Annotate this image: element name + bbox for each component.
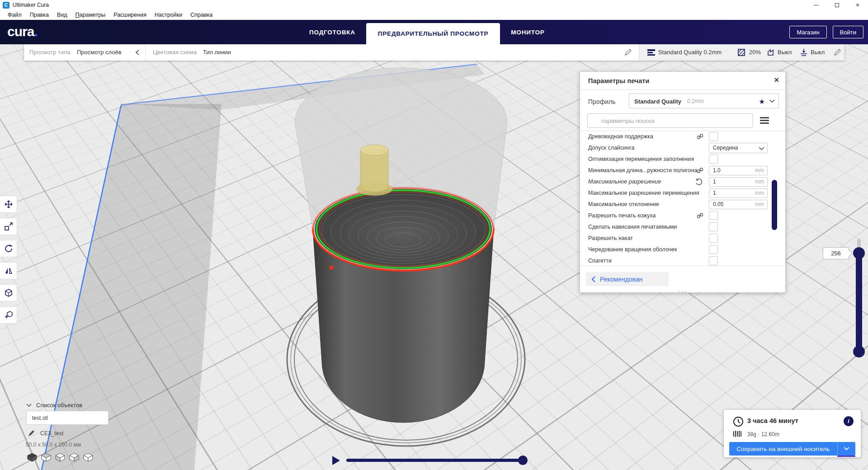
menu-extensions[interactable]: Расширения (109, 10, 151, 20)
view-3d-icon[interactable] (27, 453, 37, 462)
view-type-label: Просмотр типа (29, 44, 70, 61)
tool-move-button[interactable] (0, 196, 17, 213)
setting-select[interactable]: Середина (709, 143, 768, 153)
simulation-timeline[interactable] (346, 459, 524, 462)
menu-settings[interactable]: Параметры (71, 10, 110, 20)
color-scheme-value[interactable]: Тип линии (203, 44, 231, 61)
setting-row[interactable]: Спагетти (580, 255, 785, 266)
settings-menu-icon[interactable] (760, 117, 769, 124)
layer-slider-bottom-handle[interactable] (853, 346, 865, 357)
recommended-mode-button[interactable]: Рекомендован (586, 272, 669, 286)
profile-dropdown[interactable]: Standard Quality 0.2mm ★ (629, 94, 779, 108)
infill-icon (738, 49, 745, 56)
view-type-section[interactable]: Просмотр типа Просмотр слоёв (24, 44, 145, 61)
setting-row[interactable]: Чередование вращения оболочек (580, 244, 785, 255)
app-icon: C (3, 2, 9, 9)
tool-rotate-button[interactable] (0, 240, 17, 257)
setting-checkbox[interactable] (709, 155, 718, 164)
profile-layer-height: 0.2mm (687, 94, 704, 109)
setting-row[interactable]: Разрешить печать кожуха (580, 210, 785, 221)
tool-per-model-settings-button[interactable] (0, 284, 17, 301)
setting-checkbox[interactable] (709, 245, 718, 254)
setting-row[interactable]: Древовидная поддержка (580, 131, 785, 142)
panel-drag-handle-icon[interactable]: ··· (580, 289, 785, 293)
view-options-toolbar: Просмотр типа Просмотр слоёв Цветовая сх… (24, 44, 844, 61)
setting-label: Максимальное разрешение (588, 179, 661, 185)
tool-mirror-button[interactable] (0, 262, 17, 279)
object-name-field[interactable] (26, 411, 108, 425)
setting-row[interactable]: Максимальное разрешение перемещения 1 mm (580, 188, 785, 199)
support-preview-yellow (356, 145, 392, 196)
save-to-removable-button[interactable]: Сохранить на внешний носитель (729, 442, 855, 456)
panel-close-button[interactable]: × (774, 75, 779, 85)
setting-row[interactable]: Максимальное разрешение 1 mm (580, 176, 785, 188)
setting-checkbox[interactable] (709, 222, 718, 231)
menu-file[interactable]: Файл (4, 10, 26, 20)
per-model-settings-icon (4, 288, 13, 297)
setting-row[interactable]: Максимальное отклонение 0.05 mm (580, 199, 785, 210)
pencil-icon[interactable] (834, 49, 841, 56)
layer-slider-top-handle[interactable] (853, 247, 865, 259)
sliced-cylinder (313, 188, 494, 423)
setting-checkbox[interactable] (709, 211, 718, 220)
color-scheme-section[interactable]: Цветовая схема Тип линии (146, 44, 639, 61)
setting-row[interactable]: Сделать нависания печатаемыми (580, 221, 785, 233)
printer-row[interactable]: CE3_test (28, 430, 63, 437)
settings-scrollbar[interactable] (772, 180, 777, 230)
setting-checkbox[interactable] (709, 132, 718, 141)
view-front-icon[interactable] (41, 453, 51, 462)
maximize-button[interactable] (826, 0, 847, 10)
pencil-icon[interactable] (28, 430, 35, 437)
object-list-header[interactable]: Список объектов (26, 402, 82, 409)
settings-list[interactable]: Древовидная поддержка Допуск слайсинга С… (580, 131, 785, 266)
object-dimensions: 50.0 x 50.0 x 100.0 мм (26, 442, 81, 448)
tab-prepare[interactable]: ПОДГОТОВКА (298, 20, 366, 44)
tab-preview[interactable]: ПРЕДВАРИТЕЛЬНЫЙ ПРОСМОТР (366, 23, 500, 44)
minimize-button[interactable] (806, 0, 826, 10)
marketplace-button[interactable]: Магазин (789, 26, 826, 38)
setting-row[interactable]: Разрешить накат (580, 233, 785, 244)
setting-label: Разрешить печать кожуха (588, 212, 656, 219)
panel-header[interactable]: Параметры печати × (580, 72, 785, 90)
tool-support-blocker-button[interactable] (0, 306, 17, 324)
view-top-icon[interactable] (55, 453, 65, 462)
setting-input[interactable]: 1 mm (709, 188, 768, 198)
simulation-timeline-handle[interactable] (518, 456, 528, 465)
setting-value: 1 (713, 189, 716, 197)
setting-row[interactable]: Минимальная длина...ружности полигона 1.… (580, 165, 785, 176)
setting-unit: mm (755, 166, 764, 175)
info-icon[interactable]: i (844, 416, 854, 426)
signin-button[interactable]: Войти (833, 26, 863, 38)
setting-input[interactable]: 1.0 mm (709, 166, 768, 175)
menu-view[interactable]: Вид (53, 10, 71, 20)
setting-row[interactable]: Допуск слайсинга Середина (580, 142, 785, 154)
menubar: Файл Правка Вид Параметры Расширения Нас… (0, 10, 868, 20)
setting-input[interactable]: 0.05 mm (709, 200, 768, 209)
settings-search-input[interactable] (587, 113, 753, 128)
setting-input[interactable]: 1 mm (709, 177, 768, 187)
view-right-icon[interactable] (83, 453, 93, 462)
setting-row[interactable]: Оптимизация перемещения заполнения (580, 154, 785, 165)
view-left-icon[interactable] (69, 453, 79, 462)
revert-icon[interactable] (695, 179, 702, 185)
simulation-play-button[interactable] (332, 456, 340, 465)
tab-monitor[interactable]: МОНИТОР (500, 20, 555, 44)
chevron-down-icon (844, 447, 849, 451)
pencil-icon[interactable] (624, 49, 632, 56)
setting-value: 1 (713, 178, 716, 186)
view-type-value[interactable]: Просмотр слоёв (77, 44, 122, 61)
setting-checkbox[interactable] (709, 234, 718, 243)
chevron-left-icon[interactable] (135, 50, 140, 55)
setting-checkbox[interactable] (709, 256, 718, 265)
layer-slider-range[interactable] (856, 251, 862, 353)
tool-scale-button[interactable] (0, 218, 17, 235)
menu-edit[interactable]: Правка (26, 10, 53, 20)
setting-value: 0.05 (713, 200, 723, 209)
close-window-button[interactable]: × (847, 0, 868, 10)
menu-preferences[interactable]: Настройки (151, 10, 186, 20)
menu-help[interactable]: Справка (186, 10, 217, 20)
print-settings-panel: Параметры печати × Профиль Standard Qual… (580, 71, 786, 293)
save-options-dropdown[interactable] (837, 442, 855, 456)
print-settings-summary[interactable]: Standard Quality 0.2mm 20% Выкл Выкл (639, 44, 844, 61)
link-icon (697, 167, 703, 174)
